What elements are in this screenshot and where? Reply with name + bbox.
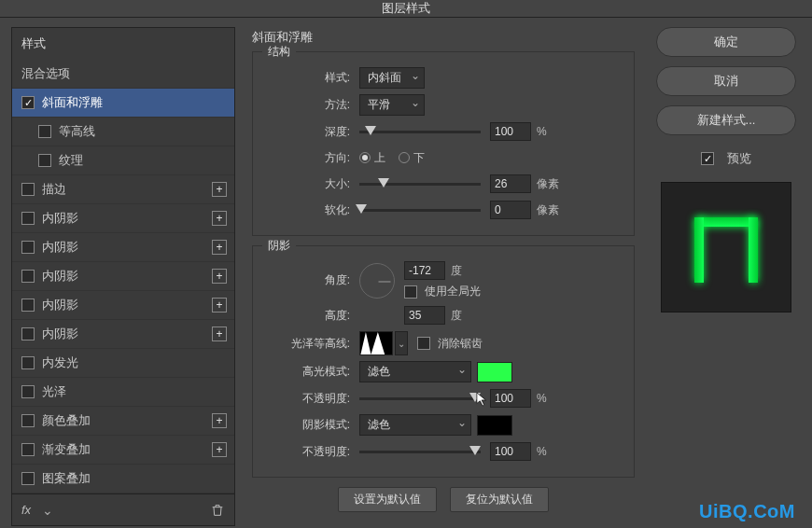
style-item-label: 等高线: [59, 123, 95, 140]
preview-shape: [689, 210, 763, 285]
style-item-label: 内阴影: [42, 239, 78, 256]
style-item-checkbox[interactable]: [21, 414, 35, 427]
technique-select[interactable]: 平滑: [359, 94, 425, 116]
altitude-label: 高度:: [266, 308, 350, 324]
style-item-checkbox[interactable]: [38, 154, 51, 167]
add-effect-icon[interactable]: +: [212, 298, 227, 313]
cancel-button[interactable]: 取消: [656, 66, 796, 96]
direction-down-label: 下: [413, 150, 425, 166]
style-item-checkbox[interactable]: [21, 327, 35, 340]
style-item-checkbox[interactable]: [21, 183, 35, 196]
highlight-mode-select[interactable]: 滤色: [359, 361, 471, 382]
altitude-unit: 度: [451, 308, 462, 324]
style-item-label: 光泽: [42, 383, 66, 400]
direction-down-radio[interactable]: [399, 152, 410, 163]
style-item-checkbox[interactable]: [38, 125, 51, 138]
style-item-checkbox[interactable]: [21, 96, 35, 109]
global-light-checkbox[interactable]: [404, 285, 417, 299]
shading-fieldset: 阴影 角度: 度 使用全局光: [252, 245, 635, 478]
preview-box: [661, 182, 791, 313]
style-item[interactable]: 纹理: [12, 146, 234, 175]
style-item-checkbox[interactable]: [21, 212, 35, 225]
style-item-label: 颜色叠加: [42, 412, 91, 429]
style-item-checkbox[interactable]: [21, 472, 35, 485]
highlight-color-swatch[interactable]: [477, 362, 512, 382]
size-slider[interactable]: [359, 183, 481, 186]
shadow-mode-select[interactable]: 滤色: [359, 414, 471, 436]
style-item-label: 图案叠加: [42, 470, 91, 487]
add-effect-icon[interactable]: +: [212, 327, 227, 341]
add-effect-icon[interactable]: +: [212, 269, 227, 284]
add-effect-icon[interactable]: +: [212, 413, 227, 428]
shadow-color-swatch[interactable]: [477, 415, 512, 436]
direction-up-radio[interactable]: [359, 152, 371, 163]
highlight-mode-label: 高光模式:: [266, 364, 350, 380]
structure-fieldset: 结构 样式: 内斜面 方法: 平滑 深度: % 方向:: [252, 51, 635, 236]
style-item-checkbox[interactable]: [21, 270, 35, 283]
angle-input[interactable]: [404, 261, 445, 280]
style-item[interactable]: 内阴影+: [12, 262, 234, 291]
style-item-label: 内发光: [42, 354, 78, 371]
fx-menu[interactable]: fx: [21, 503, 31, 517]
ok-button[interactable]: 确定: [656, 27, 796, 57]
style-item-label: 纹理: [59, 152, 83, 169]
style-item-checkbox[interactable]: [21, 241, 35, 254]
add-effect-icon[interactable]: +: [212, 182, 227, 197]
style-select[interactable]: 内斜面: [359, 67, 425, 89]
new-style-button[interactable]: 新建样式...: [656, 105, 796, 135]
titlebar: 图层样式: [0, 0, 812, 18]
style-item-checkbox[interactable]: [21, 443, 35, 456]
gloss-contour-swatch[interactable]: [359, 331, 393, 355]
settings-panel: 斜面和浮雕 结构 样式: 内斜面 方法: 平滑 深度: %: [245, 27, 642, 526]
add-effect-icon[interactable]: +: [212, 240, 227, 255]
make-default-button[interactable]: 设置为默认值: [338, 487, 437, 512]
angle-control[interactable]: [359, 263, 395, 299]
style-item-label: 描边: [42, 181, 66, 198]
structure-legend: 结构: [262, 44, 296, 60]
style-item[interactable]: 内阴影+: [12, 291, 234, 320]
style-item-label: 内阴影: [42, 210, 78, 227]
gloss-contour-dropdown[interactable]: ⌄: [395, 331, 408, 355]
direction-label: 方向:: [266, 150, 350, 166]
highlight-opacity-input[interactable]: [490, 389, 531, 408]
style-item-label: 斜面和浮雕: [42, 94, 103, 111]
altitude-input[interactable]: [404, 306, 445, 325]
style-item-checkbox[interactable]: [21, 356, 35, 369]
style-item[interactable]: 等高线: [12, 118, 234, 146]
style-item[interactable]: 描边+: [12, 175, 234, 204]
depth-label: 深度:: [266, 124, 350, 140]
style-item[interactable]: 内发光: [12, 349, 234, 378]
style-item[interactable]: 内阴影+: [12, 320, 234, 349]
shadow-opacity-slider[interactable]: [359, 451, 481, 453]
technique-label: 方法:: [266, 97, 350, 113]
shadow-opacity-input[interactable]: [490, 442, 531, 461]
style-item[interactable]: 渐变叠加+: [12, 436, 234, 465]
highlight-opacity-label: 不透明度:: [266, 391, 350, 407]
style-item[interactable]: 斜面和浮雕: [12, 89, 234, 118]
style-item[interactable]: 颜色叠加+: [12, 407, 234, 436]
trash-icon[interactable]: [210, 503, 225, 518]
global-light-label: 使用全局光: [425, 284, 481, 299]
style-item-checkbox[interactable]: [21, 385, 35, 398]
style-item-checkbox[interactable]: [21, 299, 35, 312]
preview-checkbox[interactable]: [701, 152, 714, 165]
size-input[interactable]: [490, 174, 531, 193]
depth-input[interactable]: [490, 122, 531, 141]
style-item[interactable]: 图案叠加: [12, 465, 234, 493]
shadow-opacity-label: 不透明度:: [266, 444, 350, 460]
soften-input[interactable]: [490, 201, 531, 219]
style-item[interactable]: 内阴影+: [12, 233, 234, 262]
watermark: UiBQ.CoM: [699, 501, 795, 522]
depth-slider[interactable]: [359, 131, 481, 133]
add-effect-icon[interactable]: +: [212, 442, 227, 457]
reset-default-button[interactable]: 复位为默认值: [450, 487, 549, 512]
highlight-opacity-slider[interactable]: [359, 397, 481, 400]
size-label: 大小:: [266, 176, 350, 192]
add-effect-icon[interactable]: +: [212, 211, 227, 226]
styles-footer: fx⌄: [12, 493, 234, 525]
blend-options-item[interactable]: 混合选项: [12, 60, 234, 89]
style-item[interactable]: 内阴影+: [12, 204, 234, 233]
style-item[interactable]: 光泽: [12, 378, 234, 407]
soften-slider[interactable]: [359, 209, 481, 212]
antialias-checkbox[interactable]: [417, 337, 430, 350]
